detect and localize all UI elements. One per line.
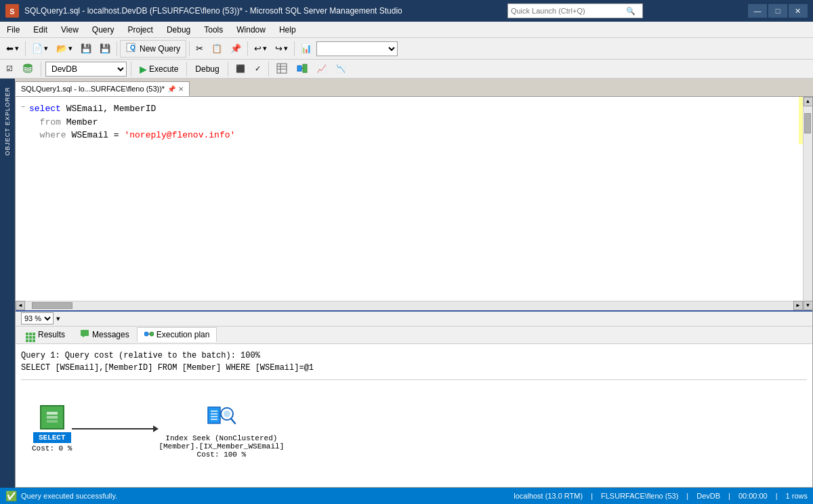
execute-play-icon: ▶ [140, 64, 147, 75]
open-button[interactable]: 📂 ▾ [53, 40, 76, 58]
maximize-button[interactable]: □ [768, 4, 787, 18]
svg-rect-11 [303, 64, 307, 72]
query-tab-1[interactable]: SQLQuery1.sql - lo...SURFACE\fleno (53))… [15, 81, 190, 96]
show-plan-button[interactable] [293, 60, 311, 78]
menu-file[interactable]: File [0, 22, 26, 37]
menu-window[interactable]: Window [230, 22, 272, 37]
results-pane: Results Messages [16, 327, 812, 482]
zoom-dropdown-arrow[interactable]: ▾ [56, 314, 60, 323]
status-right: localhost (13.0 RTM) | FLSURFACE\fleno (… [514, 492, 808, 500]
menu-debug[interactable]: Debug [160, 22, 197, 37]
menu-query[interactable]: Query [85, 22, 121, 37]
status-sep1: | [591, 492, 593, 500]
code-select-cols: WSEmail, MemberID [66, 104, 157, 114]
cut-button[interactable]: ✂ [192, 40, 207, 58]
new-file-button[interactable]: 📄 ▾ [28, 40, 51, 58]
title-text: SQLQuery1.sql - localhost.DevDB (FLSURFA… [24, 6, 402, 16]
save-all-button[interactable]: 💾 [96, 40, 114, 58]
include-client-stats-button[interactable]: 📉 [333, 60, 349, 78]
svg-text:Q: Q [130, 44, 136, 51]
menu-project[interactable]: Project [121, 22, 160, 37]
select-node[interactable]: SELECT Cost: 0 % [32, 405, 72, 453]
results-tab-results[interactable]: Results [18, 327, 72, 342]
database-selector[interactable]: DevDB [45, 62, 127, 77]
pin-icon[interactable]: 📌 [167, 85, 175, 93]
vscroll-track[interactable] [804, 106, 812, 301]
minimize-button[interactable]: — [748, 4, 767, 18]
toolbar2-btn1[interactable]: ☑ [3, 60, 16, 78]
exec-plan-tab-icon [144, 329, 154, 341]
code-editor[interactable]: − select WSEmail, MemberID from Member w… [16, 97, 812, 312]
menu-edit[interactable]: Edit [26, 22, 54, 37]
svg-rect-21 [47, 420, 58, 423]
include-client-stats-icon: 📉 [336, 64, 346, 73]
editor-hscroll[interactable]: ◀ ▶ [16, 301, 803, 310]
plan-header-line1: Query 1: Query cost (relative to the bat… [21, 350, 807, 362]
select-node-icon [40, 405, 64, 429]
back-dropdown-icon[interactable]: ▾ [15, 44, 19, 53]
code-string-value: 'noreply@flenov.info' [124, 130, 235, 140]
execute-button[interactable]: ▶ Execute [136, 62, 182, 77]
plan-header: Query 1: Query cost (relative to the bat… [21, 350, 807, 374]
paste-icon: 📌 [230, 44, 241, 53]
index-seek-node[interactable]: Index Seek (NonClustered) [Member].[IX_M… [159, 399, 284, 459]
new-query-label: New Query [140, 44, 180, 54]
quick-launch-input[interactable] [511, 7, 626, 15]
object-explorer-sidebar[interactable]: Object Explorer [0, 79, 15, 488]
messages-tab-label: Messages [92, 330, 129, 339]
plan-header-line2: SELECT [WSEmail],[MemberID] FROM [Member… [21, 362, 807, 374]
app-logo: S [5, 4, 19, 18]
main-toolbar: ⬅ ▾ 📄 ▾ 📂 ▾ 💾 💾 Q New Query ✂ 📋 📌 [0, 38, 813, 60]
vscroll-down-btn[interactable]: ▼ [804, 301, 813, 310]
status-bar: ✅ Query executed successfully. localhost… [0, 488, 813, 504]
collapse-button[interactable]: − [21, 102, 25, 112]
hscroll-track[interactable] [25, 301, 793, 310]
svg-rect-13 [81, 330, 89, 336]
hscroll-left-btn[interactable]: ◀ [16, 301, 25, 310]
menu-view[interactable]: View [54, 22, 85, 37]
debug-button[interactable]: Debug [191, 62, 223, 77]
toolbar-dropdown[interactable] [316, 41, 398, 56]
zoom-selector[interactable]: 93 % [21, 312, 54, 324]
paste-button[interactable]: 📌 [227, 40, 245, 58]
hscroll-right-btn[interactable]: ▶ [793, 301, 803, 310]
save-icon: 💾 [81, 44, 91, 53]
title-bar: S SQLQuery1.sql - localhost.DevDB (FLSUR… [0, 0, 813, 22]
toolbar-sep-1 [25, 41, 26, 56]
toolbar2-db-icon[interactable] [19, 60, 37, 78]
redo-button[interactable]: ↪ ▾ [272, 40, 291, 58]
copy-button[interactable]: 📋 [208, 40, 226, 58]
index-seek-node-icon [205, 399, 238, 432]
save-button[interactable]: 💾 [77, 40, 95, 58]
report-icon: 📊 [301, 44, 312, 53]
menu-tools[interactable]: Tools [197, 22, 230, 37]
hscroll-thumb[interactable] [32, 302, 72, 309]
new-query-button[interactable]: Q New Query [120, 40, 186, 58]
undo-button[interactable]: ↩ ▾ [251, 40, 270, 58]
status-sep3: | [728, 492, 730, 500]
toolbar2-sep3 [186, 62, 187, 77]
exec-plan-tab-label: Execution plan [157, 330, 210, 339]
connector-line [72, 425, 159, 432]
stop-button[interactable]: ⬛ [232, 60, 249, 78]
quick-launch-search[interactable]: 🔍 [507, 3, 643, 18]
close-tab-button[interactable]: ✕ [178, 85, 184, 93]
vscroll-up-btn[interactable]: ▲ [804, 97, 813, 106]
status-message: Query executed successfully. [21, 492, 117, 500]
menu-help[interactable]: Help [272, 22, 303, 37]
report-button[interactable]: 📊 [297, 40, 315, 58]
debug-label: Debug [195, 64, 219, 74]
close-button[interactable]: ✕ [789, 4, 808, 18]
vscroll-thumb[interactable] [804, 113, 811, 133]
results-tab-messages[interactable]: Messages [72, 327, 137, 342]
include-actual-plan-button[interactable]: 📈 [314, 60, 330, 78]
execution-plan-content: Query 1: Query cost (relative to the bat… [16, 344, 812, 482]
object-explorer-label: Object Explorer [4, 87, 11, 156]
query-toolbar: ☑ DevDB ▶ Execute Debug ⬛ ✓ [0, 60, 813, 79]
window-controls: — □ ✕ [748, 4, 808, 18]
parse-button[interactable]: ✓ [251, 60, 264, 78]
editor-vscroll[interactable]: ▲ ▼ [803, 97, 812, 310]
results-tab-execution-plan[interactable]: Execution plan [137, 327, 217, 342]
results-button[interactable] [273, 60, 291, 78]
back-button[interactable]: ⬅ ▾ [3, 40, 22, 58]
